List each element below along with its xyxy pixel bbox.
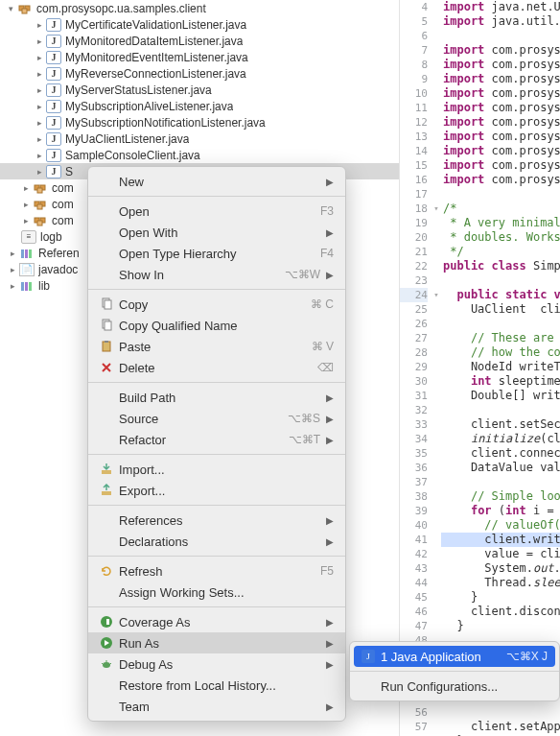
- tree-item[interactable]: ▸JMyReverseConnectionListener.java: [0, 65, 403, 82]
- svg-rect-8: [37, 204, 42, 209]
- menu-item-export-[interactable]: Export...: [88, 480, 345, 501]
- menu-item-copy[interactable]: Copy⌘ C: [88, 294, 345, 315]
- menu-item-import-[interactable]: Import...: [88, 459, 345, 480]
- svg-rect-13: [25, 249, 28, 258]
- chevron-right-icon: ▸: [35, 151, 44, 160]
- java-file-icon: J: [46, 67, 61, 81]
- chevron-right-icon: ▸: [35, 118, 44, 128]
- menu-label: Delete: [119, 361, 310, 375]
- menu-item-delete[interactable]: Delete⌫: [88, 357, 345, 378]
- chevron-right-icon: ▸: [35, 102, 44, 111]
- package-root[interactable]: ▾ com.prosysopc.ua.samples.client: [0, 0, 403, 16]
- chevron-right-icon: ▸: [35, 20, 44, 30]
- menu-item-assign-working-sets-[interactable]: Assign Working Sets...: [88, 582, 345, 603]
- line-number-gutter: 4567891011121314151617181920212223242526…: [400, 0, 432, 736]
- menu-item-restore-from-local-history-[interactable]: Restore from Local History...: [88, 675, 345, 696]
- java-file-icon: J: [46, 132, 61, 146]
- package-icon: [33, 214, 48, 227]
- menu-item-paste[interactable]: Paste⌘ V: [88, 336, 345, 357]
- chevron-right-icon: ▶: [326, 435, 334, 445]
- file-label: MySubscriptionAliveListener.java: [65, 100, 233, 113]
- export-icon: [98, 484, 115, 497]
- chevron-right-icon: ▶: [326, 227, 334, 238]
- chevron-right-icon: ▶: [326, 177, 334, 187]
- java-file-icon: J: [46, 83, 61, 97]
- menu-separator: [88, 556, 345, 557]
- tree-item[interactable]: ▸JMyMonitoredDataItemListener.java: [0, 33, 403, 49]
- code-editor[interactable]: 4567891011121314151617181920212223242526…: [399, 0, 560, 736]
- text-file-icon: ≡: [21, 230, 36, 244]
- chevron-right-icon: ▶: [326, 392, 334, 403]
- menu-item-declarations[interactable]: Declarations▶: [88, 531, 345, 552]
- code-area[interactable]: import java.net.Uimport java.util.Limpor…: [441, 0, 560, 736]
- package-icon: [17, 2, 33, 15]
- file-label: logb: [40, 230, 62, 244]
- tree-item[interactable]: ▸JMyUaClientListener.java: [0, 131, 403, 147]
- svg-rect-16: [25, 282, 28, 291]
- run-configurations[interactable]: Run Configurations...: [350, 676, 559, 697]
- file-label: MyUaClientListener.java: [65, 132, 189, 146]
- menu-item-references[interactable]: References▶: [88, 510, 345, 531]
- java-file-icon: J: [46, 51, 61, 64]
- menu-label: Assign Working Sets...: [119, 585, 334, 600]
- menu-separator: [88, 382, 345, 383]
- file-label: MyServerStatusListener.java: [65, 83, 212, 97]
- menu-label: Copy: [119, 297, 303, 312]
- chevron-right-icon: ▶: [326, 536, 334, 547]
- menu-item-coverage-as[interactable]: Coverage As▶: [88, 611, 345, 632]
- run-java-application[interactable]: J 1 Java Application ⌥⌘X J: [354, 646, 555, 667]
- menu-item-open[interactable]: OpenF3: [88, 201, 345, 222]
- menu-accel: F3: [320, 204, 334, 218]
- chevron-right-icon: ▶: [326, 659, 334, 670]
- menu-label: Paste: [119, 340, 304, 354]
- java-file-icon: J: [46, 165, 61, 178]
- chevron-right-icon: ▶: [326, 515, 334, 526]
- menu-item-copy-qualified-name[interactable]: Copy Qualified Name: [88, 315, 345, 336]
- svg-rect-22: [103, 342, 110, 351]
- menu-separator: [88, 196, 345, 197]
- file-label: SampleConsoleClient.java: [65, 149, 200, 162]
- menu-item-build-path[interactable]: Build Path▶: [88, 387, 345, 408]
- menu-label: Import...: [119, 463, 334, 477]
- menu-label: New: [119, 175, 320, 189]
- menu-item-open-type-hierarchy[interactable]: Open Type HierarchyF4: [88, 243, 345, 264]
- package-icon: [33, 181, 48, 195]
- menu-item-show-in[interactable]: Show In⌥⌘W▶: [88, 264, 345, 285]
- tree-item[interactable]: ▸JMyServerStatusListener.java: [0, 82, 403, 98]
- tree-item[interactable]: ▸JMySubscriptionAliveListener.java: [0, 98, 403, 114]
- menu-label: Open Type Hierarchy: [119, 247, 313, 261]
- menu-item-team[interactable]: Team▶: [88, 696, 345, 717]
- menu-item-run-as[interactable]: Run As▶: [88, 632, 345, 653]
- tree-label: Referen: [38, 247, 80, 260]
- tree-item[interactable]: ▸JMyMonitoredEventItemListener.java: [0, 49, 403, 65]
- chevron-right-icon: ▸: [35, 36, 44, 46]
- tree-item[interactable]: ▸JMySubscriptionNotificationListener.jav…: [0, 114, 403, 131]
- library-icon: [19, 247, 35, 260]
- menu-item-debug-as[interactable]: Debug As▶: [88, 653, 345, 675]
- tree-item[interactable]: ▸JMyCertificateValidationListener.java: [0, 16, 403, 33]
- menu-item-refactor[interactable]: Refactor⌥⌘T▶: [88, 429, 345, 450]
- svg-rect-21: [105, 321, 111, 330]
- menu-item-refresh[interactable]: RefreshF5: [88, 560, 345, 582]
- menu-label: Debug As: [119, 657, 320, 672]
- menu-label: 1 Java Application: [381, 650, 499, 664]
- chevron-right-icon: ▸: [21, 183, 31, 193]
- svg-rect-19: [105, 300, 111, 309]
- menu-label: References: [119, 513, 320, 528]
- menu-item-new[interactable]: New▶: [88, 171, 345, 192]
- chevron-right-icon: ▶: [326, 270, 334, 280]
- tree-item[interactable]: ▸JSampleConsoleClient.java: [0, 147, 403, 163]
- menu-item-open-with[interactable]: Open With▶: [88, 222, 345, 243]
- svg-rect-28: [104, 619, 106, 625]
- chevron-down-icon: ▾: [6, 4, 15, 13]
- java-file-icon: J: [46, 35, 61, 48]
- menu-accel: F4: [320, 247, 334, 260]
- chevron-right-icon: ▶: [326, 701, 334, 712]
- file-label: MyMonitoredEventItemListener.java: [65, 51, 248, 64]
- menu-label: Refactor: [119, 433, 281, 447]
- chevron-right-icon: ▶: [326, 414, 334, 424]
- java-file-icon: J: [46, 116, 61, 130]
- chevron-right-icon: ▶: [326, 638, 334, 649]
- menu-item-source[interactable]: Source⌥⌘S▶: [88, 408, 345, 429]
- menu-separator: [88, 289, 345, 290]
